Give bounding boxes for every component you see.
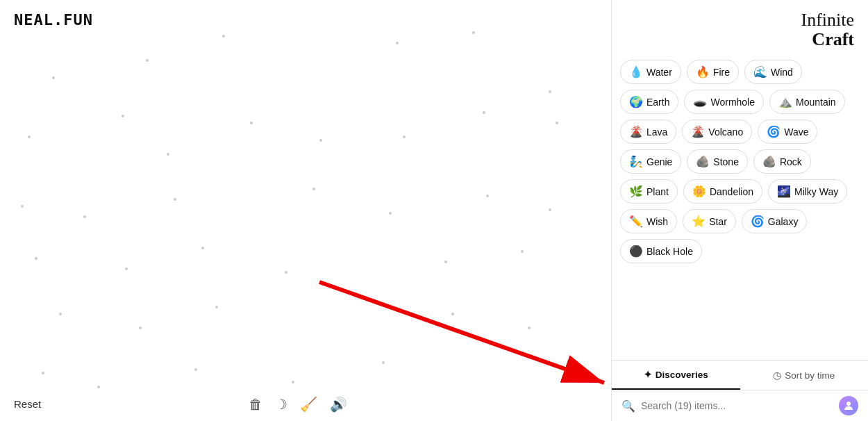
item-label-rock: Rock xyxy=(780,156,802,167)
item-label-genie: Genie xyxy=(646,156,672,167)
item-emoji-galaxy: 🌀 xyxy=(751,215,765,228)
search-bar: 🔍 xyxy=(612,390,868,421)
item-emoji-dandelion: 🌼 xyxy=(692,185,706,198)
item-label-star: Star xyxy=(709,216,727,227)
search-input[interactable] xyxy=(641,400,833,411)
canvas-dot xyxy=(215,306,218,308)
canvas-dot xyxy=(549,90,551,93)
canvas-dot xyxy=(521,250,524,253)
panel-tabs: ✦ Discoveries ◷ Sort by time xyxy=(612,361,868,390)
canvas-dot xyxy=(28,135,31,138)
canvas-dot xyxy=(174,198,176,201)
item-emoji-earth: 🌍 xyxy=(629,95,643,108)
item-emoji-stone: 🪨 xyxy=(696,155,710,168)
site-logo[interactable]: NEAL.FUN xyxy=(14,11,93,28)
item-chip-galaxy[interactable]: 🌀Galaxy xyxy=(742,209,808,233)
item-chip-plant[interactable]: 🌿Plant xyxy=(620,179,678,204)
item-label-plant: Plant xyxy=(646,186,669,197)
item-chip-rock[interactable]: 🪨Rock xyxy=(753,149,811,174)
canvas-dot xyxy=(292,381,294,383)
canvas-dot xyxy=(122,115,124,117)
canvas-dot xyxy=(389,212,392,215)
item-chip-volcano[interactable]: 🌋Volcano xyxy=(682,119,752,144)
item-chip-mountain[interactable]: ⛰️Mountain xyxy=(769,90,845,114)
right-panel: Infinite Craft 💧Water🔥Fire🌊Wind🌍Earth🕳️W… xyxy=(611,0,868,421)
item-emoji-fire: 🔥 xyxy=(696,65,710,79)
canvas-dot xyxy=(35,257,37,260)
discoveries-icon: ✦ xyxy=(644,369,652,380)
svg-line-1 xyxy=(319,282,604,383)
canvas-dot xyxy=(444,261,447,263)
sound-icon[interactable]: 🔊 xyxy=(330,396,347,413)
item-chip-wormhole[interactable]: 🕳️Wormhole xyxy=(684,90,764,114)
reset-button[interactable]: Reset xyxy=(14,398,41,410)
sort-label: Sort by time xyxy=(785,370,835,381)
canvas-dot xyxy=(83,215,86,218)
item-emoji-water: 💧 xyxy=(629,65,643,79)
item-label-mountain: Mountain xyxy=(796,97,836,108)
item-emoji-star: ⭐ xyxy=(692,215,706,228)
item-emoji-plant: 🌿 xyxy=(629,185,643,198)
item-chip-dandelion[interactable]: 🌼Dandelion xyxy=(683,179,762,204)
tab-sort-by-time[interactable]: ◷ Sort by time xyxy=(740,361,869,390)
item-emoji-mountain: ⛰️ xyxy=(778,95,792,108)
discoveries-label: Discoveries xyxy=(656,370,708,380)
canvas-dot xyxy=(312,188,315,190)
item-chip-lava[interactable]: 🌋Lava xyxy=(620,119,676,144)
item-chip-wave[interactable]: 🌀Wave xyxy=(758,119,817,144)
canvas-dot xyxy=(382,361,385,364)
canvas-dot xyxy=(146,59,149,62)
item-label-earth: Earth xyxy=(646,97,669,108)
item-label-wave: Wave xyxy=(784,126,808,138)
sort-icon: ◷ xyxy=(773,370,781,381)
dark-mode-icon[interactable]: ☽ xyxy=(275,396,287,413)
item-chip-star[interactable]: ⭐Star xyxy=(683,209,736,233)
red-arrow xyxy=(299,275,611,400)
item-label-fire: Fire xyxy=(713,67,730,78)
item-chip-water[interactable]: 💧Water xyxy=(620,60,681,84)
avatar[interactable] xyxy=(839,396,858,415)
canvas-dot xyxy=(549,208,551,211)
canvas-dot xyxy=(486,195,489,197)
canvas-dot xyxy=(21,205,24,208)
canvas-dot xyxy=(250,122,253,124)
canvas-dot xyxy=(403,135,406,138)
svg-point-2 xyxy=(846,402,851,406)
canvas-dot xyxy=(472,31,475,34)
panel-header: Infinite Craft xyxy=(612,0,868,54)
item-label-stone: Stone xyxy=(713,156,739,167)
item-chip-genie[interactable]: 🧞Genie xyxy=(620,149,681,174)
item-label-milkyway: Milky Way xyxy=(794,186,838,197)
panel-bottom: ✦ Discoveries ◷ Sort by time 🔍 xyxy=(612,360,868,421)
canvas-dot xyxy=(396,42,399,44)
canvas-dot xyxy=(42,372,44,374)
delete-icon[interactable]: 🗑 xyxy=(249,397,262,413)
item-emoji-rock: 🪨 xyxy=(762,155,776,168)
item-label-dandelion: Dandelion xyxy=(710,186,753,197)
clear-icon[interactable]: 🧹 xyxy=(300,396,317,413)
item-emoji-wish: ✏️ xyxy=(629,215,643,228)
canvas-dot xyxy=(125,267,128,270)
item-chip-wind[interactable]: 🌊Wind xyxy=(744,60,802,84)
item-label-water: Water xyxy=(646,67,672,78)
item-emoji-genie: 🧞 xyxy=(629,155,643,168)
item-chip-wish[interactable]: ✏️Wish xyxy=(620,209,677,233)
item-label-volcano: Volcano xyxy=(708,126,743,138)
item-chip-stone[interactable]: 🪨Stone xyxy=(687,149,748,174)
item-emoji-lava: 🌋 xyxy=(629,125,643,138)
search-icon: 🔍 xyxy=(621,399,635,413)
canvas-dot xyxy=(59,313,62,315)
item-chip-earth[interactable]: 🌍Earth xyxy=(620,90,678,114)
canvas-dot xyxy=(201,247,204,249)
item-chip-milkyway[interactable]: 🌌Milky Way xyxy=(768,179,847,204)
canvas-dot xyxy=(285,271,287,274)
item-chip-fire[interactable]: 🔥Fire xyxy=(687,60,739,84)
canvas-dot xyxy=(451,313,454,315)
canvas-dot xyxy=(319,139,322,142)
canvas-dot xyxy=(556,122,558,124)
panel-title: Infinite Craft xyxy=(801,10,854,49)
canvas-dot xyxy=(167,153,169,156)
item-chip-blackhole[interactable]: ⚫Black Hole xyxy=(620,239,702,263)
item-label-wind: Wind xyxy=(771,67,793,78)
tab-discoveries[interactable]: ✦ Discoveries xyxy=(612,361,740,390)
